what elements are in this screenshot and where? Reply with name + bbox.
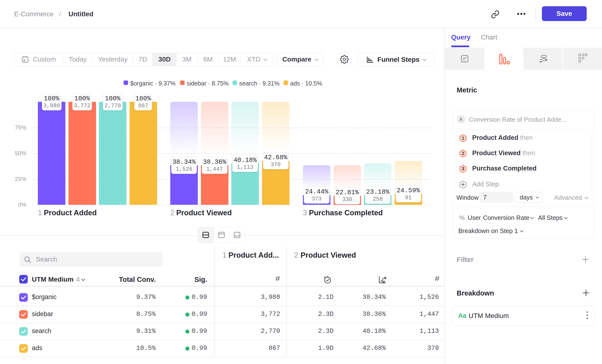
svg-text:3: 3 <box>462 166 464 171</box>
svg-text:2: 2 <box>462 151 464 156</box>
svg-text:1: 1 <box>462 136 464 140</box>
